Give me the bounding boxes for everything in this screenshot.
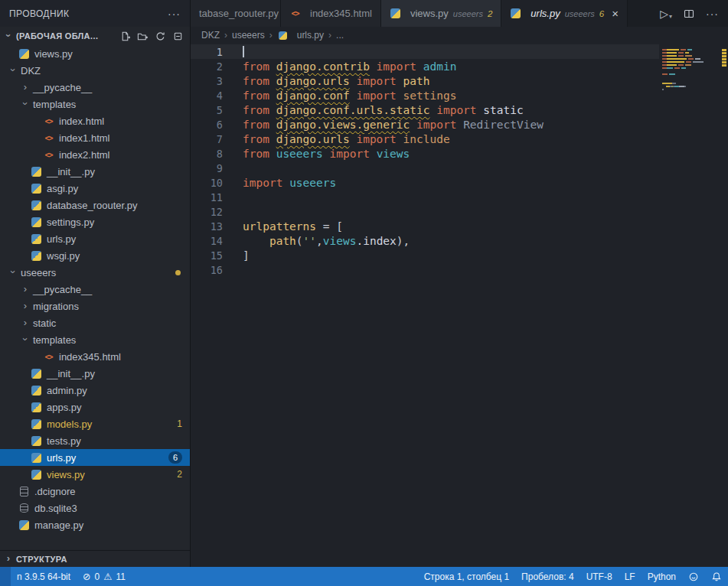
python-icon [31, 386, 41, 396]
code-line-14[interactable]: 14 path('',views.index), [191, 233, 659, 248]
close-tab-icon[interactable]: × [612, 7, 619, 20]
encoding-item[interactable]: UTF-8 [580, 567, 619, 586]
line-number[interactable]: 14 [191, 235, 223, 247]
tree-item-index.html[interactable]: <>index.html [0, 112, 190, 129]
tree-item-views.py[interactable]: views.py2 [0, 466, 190, 483]
breadcrumb-item-urls.py[interactable]: urls.py [277, 30, 324, 41]
tree-item-templates[interactable]: ›templates [0, 331, 190, 348]
line-number[interactable]: 10 [191, 177, 223, 189]
workspace-label: (РАБОЧАЯ ОБЛАСТЬ) ... [16, 31, 100, 41]
remote-indicator[interactable] [0, 567, 11, 586]
code-line-3[interactable]: 3from django.urls import path [191, 73, 659, 88]
line-number[interactable]: 6 [191, 119, 223, 131]
tab-strip: tabase_roouter.py<>index345.htmlviews.py… [191, 0, 651, 27]
tree-item-admin.py[interactable]: admin.py [0, 382, 190, 399]
notifications-item[interactable] [705, 567, 728, 586]
line-number[interactable]: 16 [191, 264, 223, 276]
editor-more-icon[interactable]: ··· [706, 8, 719, 20]
tree-item-__init__.py[interactable]: __init__.py [0, 163, 190, 180]
code-line-15[interactable]: 15] [191, 248, 659, 262]
line-number[interactable]: 11 [191, 191, 223, 203]
tree-item-manage.py[interactable]: manage.py [0, 516, 190, 533]
code-line-12[interactable]: 12 [191, 204, 659, 219]
tab-tabase_roouter.py[interactable]: tabase_roouter.py [191, 0, 281, 27]
line-number[interactable]: 15 [191, 249, 223, 262]
tree-item-index1.html[interactable]: <>index1.html [0, 129, 190, 146]
new-folder-icon[interactable] [137, 31, 149, 42]
python-icon [31, 234, 41, 244]
code-line-9[interactable]: 9 [191, 161, 659, 175]
tree-item-views.py[interactable]: views.py [0, 45, 190, 62]
code-line-2[interactable]: 2from django.contrib import admin [191, 59, 659, 73]
code-line-5[interactable]: 5from django.conf.urls.static import sta… [191, 103, 659, 117]
tree-item-__init__.py[interactable]: __init__.py [0, 365, 190, 382]
tree-item-__pycache__[interactable]: ›__pycache__ [0, 281, 190, 298]
eol-item[interactable]: LF [619, 567, 641, 586]
tree-item-db.sqlite3[interactable]: db.sqlite3 [0, 500, 190, 516]
tree-item-index2.html[interactable]: <>index2.html [0, 146, 190, 163]
breadcrumb-item-...[interactable]: ... [336, 30, 344, 41]
line-number[interactable]: 9 [191, 162, 223, 174]
code-line-10[interactable]: 10import useeers [191, 175, 659, 190]
tab-views.py[interactable]: views.pyuseeers2 [381, 0, 501, 27]
tree-item-DKZ[interactable]: ›DKZ [0, 62, 190, 79]
bell-icon [711, 571, 722, 582]
cursor-position-item[interactable]: Строка 1, столбец 1 [418, 567, 515, 586]
line-number[interactable]: 1 [191, 46, 223, 58]
line-number[interactable]: 7 [191, 133, 223, 145]
code-line-13[interactable]: 13urlpatterns = [ [191, 219, 659, 233]
tab-index345.html[interactable]: <>index345.html [281, 0, 381, 27]
workspace-section-header[interactable]: › (РАБОЧАЯ ОБЛАСТЬ) ... [0, 27, 190, 45]
tree-item-apps.py[interactable]: apps.py [0, 399, 190, 415]
tree-item-index345.html[interactable]: <>index345.html [0, 348, 190, 365]
line-number[interactable]: 4 [191, 90, 223, 102]
tree-item-.dcignore[interactable]: .dcignore [0, 483, 190, 500]
tree-item-tests.py[interactable]: tests.py [0, 432, 190, 449]
tree-item-database_roouter.py[interactable]: database_roouter.py [0, 197, 190, 213]
run-button[interactable]: ▷▾ [660, 8, 672, 20]
new-file-icon[interactable] [119, 31, 131, 42]
tab-urls.py[interactable]: urls.pyuseeers6× [501, 0, 628, 27]
explorer-more-icon[interactable]: ··· [168, 8, 181, 20]
tree-item-models.py[interactable]: models.py1 [0, 415, 190, 432]
problems-item[interactable]: ⊘ 0 ⚠ 11 [77, 567, 132, 586]
tree-item-useeers[interactable]: ›useeers [0, 264, 190, 281]
code-line-4[interactable]: 4from django.conf import settings [191, 88, 659, 103]
tree-item-static[interactable]: ›static [0, 314, 190, 331]
code-line-6[interactable]: 6from django.views.generic import Redire… [191, 117, 659, 132]
code-line-11[interactable]: 11 [191, 190, 659, 204]
warning-mark [722, 61, 726, 63]
split-editor-button[interactable] [683, 8, 695, 20]
tree-item-migrations[interactable]: ›migrations [0, 298, 190, 314]
minimap[interactable] [662, 44, 719, 95]
breadcrumb-item-useeers[interactable]: useeers [232, 30, 265, 41]
line-number[interactable]: 12 [191, 206, 223, 218]
tree-item-asgi.py[interactable]: asgi.py [0, 180, 190, 197]
line-number[interactable]: 5 [191, 104, 223, 116]
indentation-item[interactable]: Пробелов: 4 [515, 567, 580, 586]
refresh-icon[interactable] [155, 31, 166, 42]
tree-item-urls.py[interactable]: urls.py [0, 230, 190, 247]
line-number[interactable]: 2 [191, 60, 223, 73]
tree-item-settings.py[interactable]: settings.py [0, 213, 190, 230]
tree-item-urls.py[interactable]: urls.py6 [0, 449, 190, 466]
outline-section-header[interactable]: › СТРУКТУРА [0, 550, 190, 567]
line-number[interactable]: 8 [191, 148, 223, 160]
tree-item-templates[interactable]: ›templates [0, 96, 190, 112]
language-mode-item[interactable]: Python [641, 567, 682, 586]
line-number[interactable]: 13 [191, 220, 223, 233]
code-line-16[interactable]: 16 [191, 262, 659, 277]
python-version-item[interactable]: n 3.9.5 64-bit [11, 567, 77, 586]
feedback-item[interactable] [682, 567, 705, 586]
status-bar-right: Строка 1, столбец 1 Пробелов: 4 UTF-8 LF… [418, 567, 728, 586]
run-dropdown-icon[interactable]: ▾ [669, 13, 672, 20]
code-editor[interactable]: 12from django.contrib import admin3from … [191, 44, 728, 567]
code-line-7[interactable]: 7from django.urls import include [191, 132, 659, 146]
code-line-8[interactable]: 8from useeers import views [191, 146, 659, 161]
collapse-all-icon[interactable] [172, 31, 184, 42]
breadcrumb-item-DKZ[interactable]: DKZ [201, 30, 220, 41]
line-number[interactable]: 3 [191, 75, 223, 87]
tree-item-__pycache__[interactable]: ›__pycache__ [0, 79, 190, 96]
code-line-1[interactable]: 1 [191, 44, 659, 59]
tree-item-wsgi.py[interactable]: wsgi.py [0, 247, 190, 264]
